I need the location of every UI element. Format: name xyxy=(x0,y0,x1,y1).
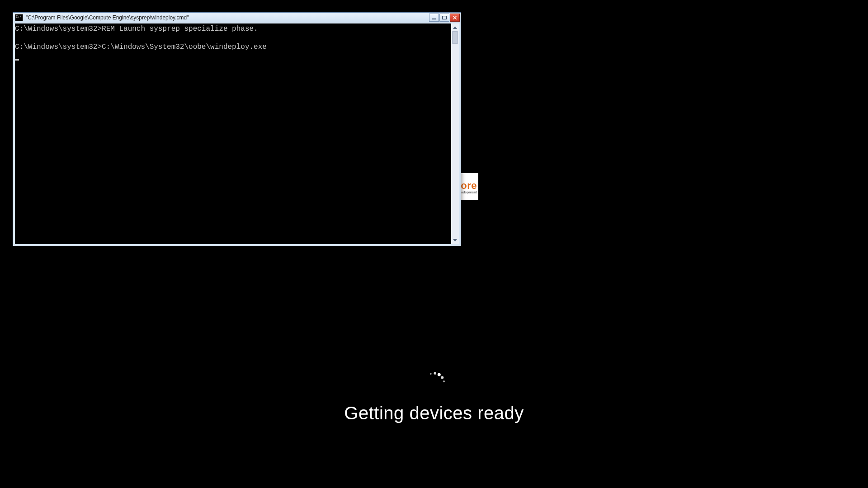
titlebar[interactable]: "C:\Program Files\Google\Compute Engine\… xyxy=(13,13,461,23)
scrollbar-thumb[interactable] xyxy=(452,31,458,44)
console-cursor xyxy=(15,59,19,61)
loading-spinner-icon xyxy=(422,371,446,395)
bg-fragment-text-2: velopment xyxy=(460,190,477,194)
background-window-fragment: ore velopment xyxy=(459,173,478,200)
close-button[interactable] xyxy=(450,14,460,22)
boot-status-text: Getting devices ready xyxy=(344,403,524,423)
scroll-up-arrow-icon[interactable] xyxy=(451,23,459,31)
scrollbar-track[interactable] xyxy=(451,31,459,236)
boot-status: Getting devices ready xyxy=(344,371,524,423)
svg-rect-0 xyxy=(432,19,436,19)
vertical-scrollbar[interactable] xyxy=(451,23,459,244)
maximize-button[interactable] xyxy=(439,14,449,22)
svg-rect-1 xyxy=(443,16,447,19)
command-prompt-window: "C:\Program Files\Google\Compute Engine\… xyxy=(13,12,461,246)
window-title: "C:\Program Files\Google\Compute Engine\… xyxy=(26,14,429,21)
scroll-down-arrow-icon[interactable] xyxy=(451,236,459,244)
console-client-area: C:\Windows\system32>REM Launch sysprep s… xyxy=(15,23,459,244)
cmd-icon xyxy=(15,14,23,21)
minimize-button[interactable] xyxy=(429,14,439,22)
console-output[interactable]: C:\Windows\system32>REM Launch sysprep s… xyxy=(15,23,451,244)
